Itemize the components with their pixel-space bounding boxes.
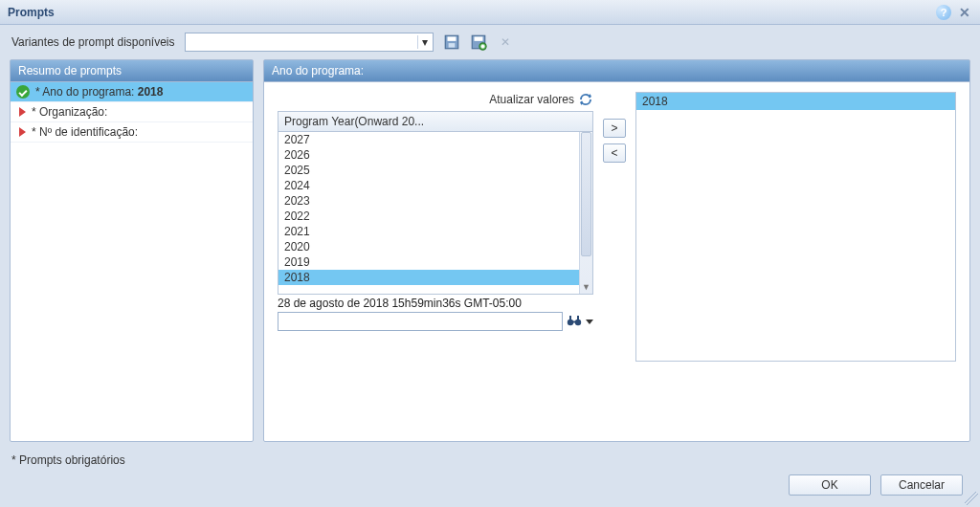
svg-rect-14 [577, 316, 579, 320]
selected-values-list[interactable]: 2018 [635, 92, 956, 362]
available-values-grid: Program Year(Onward 20... 20272026202520… [278, 111, 593, 295]
status-pending-icon [19, 107, 26, 117]
prompt-summary-label: * Organização: [32, 105, 107, 119]
available-value-row[interactable]: 2025 [278, 163, 579, 178]
save-icon[interactable] [443, 33, 460, 51]
svg-rect-12 [571, 320, 577, 322]
selected-column: 2018 [635, 92, 956, 431]
dialog-title: Prompts [8, 6, 55, 19]
close-icon[interactable]: ✕ [957, 5, 972, 20]
main-area: Resumo de prompts * Ano do programa: 201… [0, 59, 980, 448]
prompt-summary-item[interactable]: * Nº de identificação: [11, 122, 253, 143]
selected-value-row[interactable]: 2018 [636, 93, 955, 110]
available-value-row[interactable]: 2027 [278, 132, 579, 147]
available-value-row[interactable]: 2018 [278, 270, 579, 285]
values-timestamp: 28 de agosto de 2018 15h59min36s GMT-05:… [278, 297, 593, 310]
scrollbar-thumb[interactable] [581, 132, 591, 256]
save-as-icon[interactable] [470, 33, 487, 51]
svg-rect-2 [448, 43, 455, 48]
search-input[interactable] [278, 312, 563, 331]
available-value-row[interactable]: 2019 [278, 254, 579, 270]
delete-icon: ✕ [497, 33, 514, 51]
mandatory-note: * Prompts obrigatórios [0, 448, 980, 467]
cancel-button[interactable]: Cancelar [880, 474, 963, 496]
available-column: Atualizar valores Program Year(Onward 20… [278, 92, 593, 431]
available-value-row[interactable]: 2023 [278, 193, 579, 209]
prompt-summary-label: * Ano do programa: 2018 [35, 85, 163, 99]
available-value-row[interactable]: 2021 [278, 224, 579, 239]
svg-rect-13 [569, 316, 571, 320]
prompt-list: * Ano do programa: 2018* Organização:* N… [11, 82, 253, 441]
help-icon[interactable]: ? [936, 5, 951, 20]
remove-button[interactable]: < [603, 143, 626, 163]
prompt-summary-item[interactable]: * Organização: [11, 102, 253, 122]
titlebar: Prompts ? ✕ [0, 0, 980, 25]
refresh-icon[interactable] [578, 92, 593, 107]
available-value-row[interactable]: 2022 [278, 209, 579, 224]
ok-button[interactable]: OK [789, 474, 871, 496]
svg-rect-4 [474, 36, 482, 41]
grid-scrollbar[interactable]: ▼ [579, 132, 592, 294]
resize-grip[interactable] [965, 492, 978, 505]
scroll-down-icon[interactable]: ▼ [580, 282, 592, 294]
prompt-detail-header: Ano do programa: [264, 60, 969, 82]
svg-rect-7 [480, 45, 484, 47]
prompt-summary-header: Resumo de prompts [11, 60, 253, 82]
footer-buttons: OK Cancelar [0, 467, 980, 507]
svg-rect-1 [447, 36, 456, 41]
chevron-down-icon[interactable]: ▾ [417, 35, 433, 49]
prompt-detail-panel: Ano do programa: Atualizar valores Progr… [263, 59, 970, 442]
add-button[interactable]: > [603, 119, 626, 138]
status-ok-icon [16, 85, 30, 99]
variants-label: Variantes de prompt disponíveis [11, 35, 175, 49]
prompts-dialog: Prompts ? ✕ Variantes de prompt disponív… [0, 0, 980, 507]
prompt-summary-item[interactable]: * Ano do programa: 2018 [11, 82, 253, 102]
prompt-summary-label: * Nº de identificação: [32, 125, 138, 139]
available-value-row[interactable]: 2020 [278, 239, 579, 254]
available-value-row[interactable]: 2024 [278, 178, 579, 193]
search-options-icon[interactable] [586, 320, 593, 324]
refresh-label: Atualizar valores [489, 93, 574, 106]
status-pending-icon [19, 127, 26, 137]
available-value-row[interactable]: 2026 [278, 147, 579, 163]
grid-column-header[interactable]: Program Year(Onward 20... [278, 112, 592, 132]
variants-combo[interactable]: ▾ [185, 33, 434, 52]
move-buttons-column: > < [603, 92, 626, 431]
variants-toolbar: Variantes de prompt disponíveis ▾ ✕ [0, 25, 980, 59]
variants-input[interactable] [186, 35, 417, 49]
prompt-summary-panel: Resumo de prompts * Ano do programa: 201… [10, 59, 254, 442]
find-icon[interactable] [567, 314, 582, 330]
